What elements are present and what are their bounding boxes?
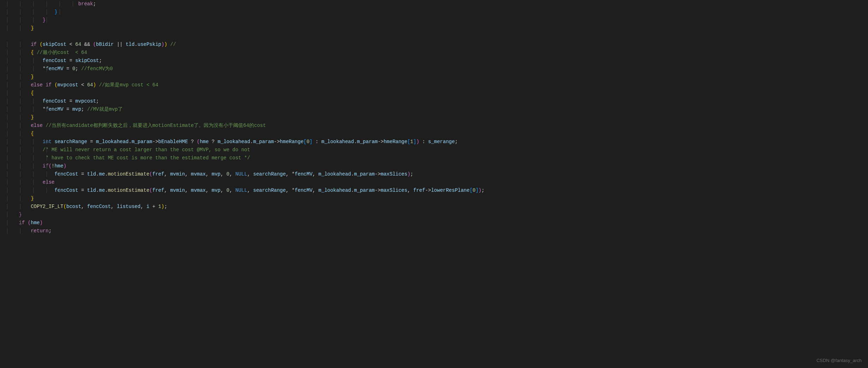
indent-guide [20, 82, 20, 88]
indent-guide [33, 163, 34, 169]
code-token: ( [49, 163, 52, 169]
code-token: //fencMV为0 [81, 66, 113, 72]
code-token: //最小的cost < 64 [37, 50, 87, 55]
code-token: 64 [87, 82, 93, 88]
code-token: , [206, 171, 212, 177]
code-token: -> [375, 188, 381, 193]
code-token: ( [54, 82, 57, 88]
indent-guide [20, 90, 20, 96]
code-line[interactable]: if(!hme) [7, 162, 868, 170]
indent [7, 171, 54, 177]
code-editor[interactable]: break; } } } if (skipCost < 64 && (bBidi… [7, 0, 868, 368]
indent-guide [7, 58, 7, 63]
code-token: ; [93, 1, 96, 7]
indent-guide [47, 171, 47, 177]
indent-guide [20, 228, 20, 234]
code-token: me [99, 171, 105, 177]
code-line[interactable]: fencCost = tld.me.motionEstimate(fref, m… [7, 186, 868, 195]
code-token: searchRange [54, 139, 87, 145]
code-line[interactable] [7, 32, 868, 41]
indent-guide [86, 1, 86, 7]
indent-guide [7, 220, 7, 226]
code-token: , [164, 188, 170, 193]
code-line[interactable]: if (hme) [7, 219, 868, 227]
code-token: mvp [212, 171, 221, 177]
code-token: ? [209, 139, 217, 145]
code-line[interactable]: else [7, 178, 868, 186]
indent-guide [47, 66, 47, 72]
code-line[interactable]: fencCost = tld.me.motionEstimate(fref, m… [7, 170, 868, 178]
code-line[interactable]: * have to check that ME cost is more tha… [7, 154, 868, 162]
code-line[interactable]: } [7, 16, 868, 24]
code-token: ( [93, 42, 96, 47]
code-line[interactable]: *fencMV = mvp; //MV就是mvp了 [7, 105, 868, 114]
indent [7, 155, 43, 161]
code-token: bcost [66, 204, 81, 209]
code-line[interactable]: /* ME will never return a cost larger th… [7, 146, 868, 154]
indent-guide [7, 212, 7, 217]
code-token: , [221, 171, 227, 177]
code-line[interactable]: { [7, 130, 868, 138]
code-token: m_lookahead [218, 139, 250, 145]
code-line[interactable]: { //最小的cost < 64 [7, 49, 868, 57]
code-line[interactable]: int searchRange = m_lookahead.m_param->b… [7, 138, 868, 146]
indent-guide [33, 90, 34, 96]
code-token: else [43, 179, 55, 185]
editor-gutter [0, 0, 7, 368]
code-line[interactable]: *fencMV = 0; //fencMV为0 [7, 65, 868, 73]
code-token [167, 42, 170, 47]
indent [7, 66, 43, 72]
code-line[interactable]: } [7, 114, 868, 122]
code-line[interactable]: fencCost = mvpcost; [7, 97, 868, 105]
indent-guide [33, 179, 34, 185]
code-token: //当所有candidate都判断失败之后，就要进入motionEstimate… [46, 123, 266, 128]
indent-guide [47, 139, 47, 145]
code-token: ? [188, 139, 197, 145]
indent-guide [33, 50, 34, 55]
code-line[interactable]: else //当所有candidate都判断失败之后，就要进入motionEst… [7, 122, 868, 130]
code-line[interactable]: } [7, 24, 868, 32]
code-token: ; [410, 171, 413, 177]
indent [7, 1, 78, 7]
code-token: ; [81, 106, 84, 112]
indent [7, 188, 54, 193]
indent-guide [7, 179, 7, 185]
indent-guide [7, 25, 7, 31]
code-line[interactable]: { [7, 89, 868, 97]
code-token: m_param [132, 139, 152, 145]
code-line[interactable]: fencCost = skipCost; [7, 57, 868, 65]
code-token: searchRange [253, 171, 285, 177]
code-token: = [87, 139, 96, 145]
indent [7, 147, 43, 153]
code-line[interactable]: return; [7, 227, 868, 235]
code-line[interactable]: } [7, 73, 868, 81]
code-line[interactable]: if (skipCost < 64 && (bBidir || tld.useP… [7, 41, 868, 49]
indent-guide [33, 228, 34, 234]
code-token: . [351, 188, 354, 193]
code-token: bBidir [96, 42, 114, 47]
code-line[interactable]: } [7, 8, 868, 16]
code-token: m_lookahead [96, 139, 128, 145]
indent-guide [33, 131, 34, 136]
indent [7, 212, 19, 217]
code-token: , [164, 171, 170, 177]
code-token: , [140, 204, 146, 209]
indent-guide [33, 115, 34, 120]
indent-guide [33, 155, 34, 161]
code-token: skipCost [43, 42, 66, 47]
code-token: if [31, 42, 37, 47]
indent [7, 50, 31, 55]
indent-guide [20, 204, 20, 209]
indent-guide [47, 17, 47, 23]
code-line[interactable]: COPY2_IF_LT(bcost, fencCost, listused, i… [7, 203, 868, 211]
code-line[interactable]: else if (mvpcost < 64) //如果是mvp cost < 6… [7, 81, 868, 89]
indent-guide [20, 17, 20, 23]
code-token: maxSlices [381, 171, 408, 177]
code-line[interactable]: } [7, 195, 868, 203]
code-token: ] [476, 188, 478, 193]
code-token: && [81, 42, 93, 47]
code-line[interactable]: break; [7, 0, 868, 8]
code-token: -> [378, 139, 384, 145]
code-line[interactable]: } [7, 211, 868, 219]
indent-guide [33, 188, 34, 193]
